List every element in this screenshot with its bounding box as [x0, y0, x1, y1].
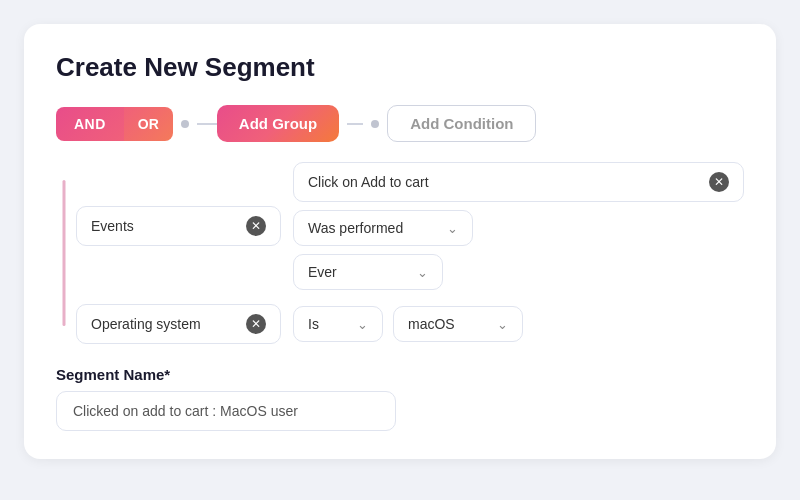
- page-title: Create New Segment: [56, 52, 744, 83]
- or-button[interactable]: OR: [124, 107, 173, 141]
- time-select[interactable]: Ever ⌄: [293, 254, 443, 290]
- time-label: Ever: [308, 264, 337, 280]
- remove-event[interactable]: ✕: [709, 172, 729, 192]
- main-card: Create New Segment AND OR Add Group Add …: [24, 24, 776, 459]
- operator-select[interactable]: Was performed ⌄: [293, 210, 473, 246]
- toolbar: AND OR Add Group Add Condition: [56, 105, 744, 142]
- category-label-1: Events: [91, 218, 134, 234]
- event-label: Click on Add to cart: [308, 174, 429, 190]
- category-label-2: Operating system: [91, 316, 201, 332]
- left-bar: [56, 162, 72, 344]
- operator-label: Was performed: [308, 220, 403, 236]
- segment-name-section: Segment Name*: [56, 366, 744, 431]
- connector-line-1: [197, 123, 217, 125]
- add-condition-button[interactable]: Add Condition: [387, 105, 536, 142]
- value-select[interactable]: macOS ⌄: [393, 306, 523, 342]
- row2-right: Is ⌄ macOS ⌄: [293, 306, 523, 342]
- is-label: Is: [308, 316, 319, 332]
- segment-name-label: Segment Name*: [56, 366, 744, 383]
- remove-condition-1[interactable]: ✕: [246, 216, 266, 236]
- event-select[interactable]: Click on Add to cart ✕: [293, 162, 744, 202]
- conditions-wrapper: Events ✕ Click on Add to cart ✕ Was perf…: [56, 162, 744, 344]
- chevron-down-icon-is: ⌄: [357, 317, 368, 332]
- chevron-down-icon-value: ⌄: [497, 317, 508, 332]
- category-select-2[interactable]: Operating system ✕: [76, 304, 281, 344]
- chevron-down-icon-operator: ⌄: [447, 221, 458, 236]
- is-select[interactable]: Is ⌄: [293, 306, 383, 342]
- condition-row-2: Operating system ✕ Is ⌄ macOS ⌄: [76, 304, 744, 344]
- chevron-down-icon-time: ⌄: [417, 265, 428, 280]
- connector-dot-1: [181, 120, 189, 128]
- connector-dot-2: [371, 120, 379, 128]
- segment-name-input[interactable]: [56, 391, 396, 431]
- category-select-1[interactable]: Events ✕: [76, 206, 281, 246]
- right-conditions-1: Click on Add to cart ✕ Was performed ⌄ E…: [293, 162, 744, 290]
- add-group-button[interactable]: Add Group: [217, 105, 339, 142]
- remove-condition-2[interactable]: ✕: [246, 314, 266, 334]
- and-button[interactable]: AND: [56, 107, 124, 141]
- condition-row-1: Events ✕ Click on Add to cart ✕ Was perf…: [76, 162, 744, 290]
- value-label: macOS: [408, 316, 455, 332]
- vertical-bar: [63, 180, 66, 326]
- connector-line-2: [347, 123, 363, 125]
- conditions-rows: Events ✕ Click on Add to cart ✕ Was perf…: [76, 162, 744, 344]
